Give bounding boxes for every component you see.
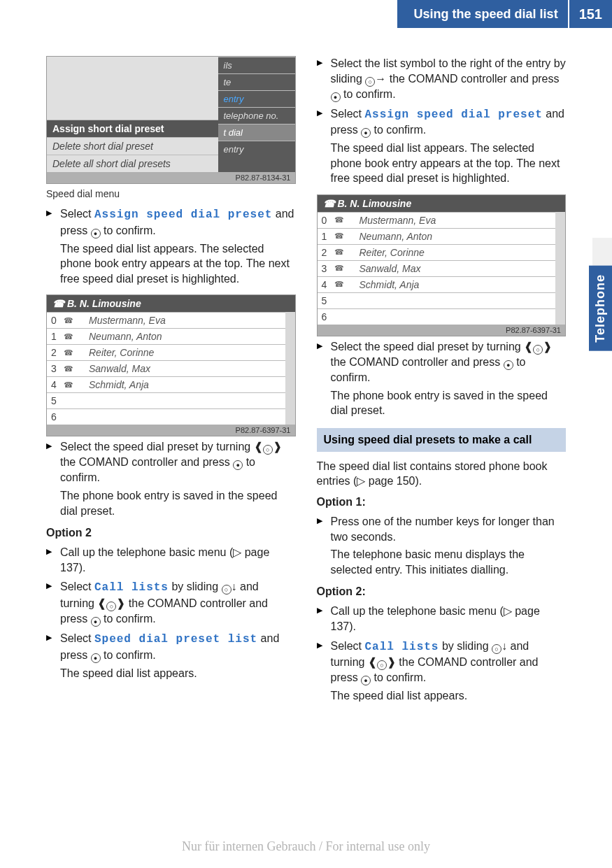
list-row: 6: [47, 408, 285, 425]
left-column: Assign short dial preset Delete short di…: [46, 56, 296, 712]
menu-term: Assign speed dial preset: [94, 208, 272, 221]
step-item: Select Call lists by sliding ○↓ and turn…: [317, 639, 567, 704]
intro-para: The speed dial list contains stored phon…: [317, 459, 567, 489]
page-header: Using the speed dial list 151: [397, 0, 612, 28]
step-list: Press one of the number keys for longer …: [317, 514, 567, 577]
press-icon: ●: [233, 460, 243, 470]
press-icon: ●: [361, 676, 371, 685]
bg-row: te: [218, 73, 295, 90]
step-result: The telephone basic menu displays the se…: [331, 547, 567, 577]
xref-icon: ▷: [233, 546, 241, 558]
right-column: Select the list symbol to the right of t…: [317, 56, 567, 712]
step-list: Call up the telephone basic menu (▷ page…: [46, 545, 296, 681]
image-id: P82.87-8134-31: [47, 172, 295, 183]
scrollbar: [285, 312, 295, 425]
image-id: P82.87-6397-31: [318, 325, 566, 336]
step-item: Select the speed dial preset by turning …: [46, 439, 296, 518]
bg-row: t dial: [218, 124, 295, 141]
list-row: 5: [318, 292, 556, 308]
turn-icon: ❰○❱: [97, 597, 125, 609]
press-icon: ●: [361, 128, 371, 138]
step-result: The speed dial list appears. The selecte…: [60, 241, 296, 287]
menu-term: Speed dial preset list: [94, 633, 257, 646]
bg-row: entry: [218, 90, 295, 107]
scrollbar: [555, 212, 565, 325]
slide-down-icon: ○↓: [222, 581, 237, 592]
step-list: Call up the telephone basic menu (▷ page…: [317, 604, 567, 703]
slide-right-icon: ○→: [365, 73, 386, 85]
step-item: Select Assign speed dial preset and pres…: [317, 106, 567, 186]
screenshot-speed-dial-list: ☎ B. N. Limousine 0☎Mustermann, Eva1☎Neu…: [317, 194, 567, 336]
section-heading: Using speed dial presets to make a call: [317, 428, 567, 452]
menu-term: Assign speed dial preset: [364, 108, 542, 121]
turn-icon: ❰○❱: [254, 441, 282, 453]
list-row: 0☎Mustermann, Eva: [318, 212, 556, 228]
step-result: The speed dial list appears.: [60, 666, 296, 681]
bg-row: telephone no.: [218, 107, 295, 124]
list-row: 4☎Schmidt, Anja: [318, 276, 556, 292]
bg-row: ils: [218, 57, 295, 73]
step-item: Press one of the number keys for longer …: [317, 514, 567, 577]
screenshot-speed-dial-menu: Assign short dial preset Delete short di…: [46, 56, 296, 184]
menu-row-delete: Delete short dial preset: [47, 137, 218, 155]
list-row: 1☎Neumann, Anton: [47, 328, 285, 344]
step-list: Select the list symbol to the right of t…: [317, 56, 567, 186]
screenshot-caption: Speed dial menu: [46, 188, 296, 199]
press-icon: ●: [91, 229, 101, 239]
press-icon: ●: [91, 653, 101, 663]
list-row: 5: [47, 392, 285, 408]
list-row: 3☎Sanwald, Max: [47, 360, 285, 376]
xref-icon: ▷: [357, 475, 365, 487]
list-row: 3☎Sanwald, Max: [318, 260, 556, 276]
option-heading: Option 2:: [317, 585, 567, 598]
step-list: Select Assign speed dial preset and pres…: [46, 206, 296, 286]
thumb-tab-spacer: [592, 238, 612, 266]
step-list: Select the speed dial preset by turning …: [46, 439, 296, 518]
screenshot-speed-dial-list: ☎ B. N. Limousine 0☎Mustermann, Eva1☎Neu…: [46, 294, 296, 436]
menu-term: Call lists: [94, 581, 169, 594]
step-item: Call up the telephone basic menu (▷ page…: [317, 604, 567, 634]
phone-icon: ☎: [323, 198, 338, 209]
turn-icon: ❰○❱: [524, 341, 552, 353]
page-number: 151: [568, 0, 612, 28]
list-row: 4☎Schmidt, Anja: [47, 376, 285, 392]
step-item: Select Assign speed dial preset and pres…: [46, 206, 296, 286]
option-heading: Option 2: [46, 527, 296, 539]
bg-row: entry: [218, 141, 295, 157]
watermark: Nur für internen Gebrauch / For internal…: [0, 839, 612, 854]
image-id: P82.87-6397-31: [47, 425, 295, 436]
step-item: Call up the telephone basic menu (▷ page…: [46, 545, 296, 575]
thumb-tab-telephone: Telephone: [589, 266, 612, 351]
xref-icon: ▷: [504, 605, 512, 617]
press-icon: ●: [504, 360, 513, 370]
list-row: 2☎Reiter, Corinne: [318, 244, 556, 260]
step-result: The speed dial list appears.: [331, 688, 567, 704]
step-item: Select the list symbol to the right of t…: [317, 56, 567, 102]
list-row: 2☎Reiter, Corinne: [47, 344, 285, 360]
step-result: The phone book entry is saved in the spe…: [60, 488, 296, 518]
phone-icon: ☎: [52, 298, 67, 309]
slide-down-icon: ○↓: [492, 640, 507, 652]
list-row: 6: [318, 308, 556, 325]
list-row: 0☎Mustermann, Eva: [47, 312, 285, 328]
step-result: The speed dial list appears. The selecte…: [331, 141, 567, 186]
step-result: The phone book entry is saved in the spe…: [331, 388, 567, 418]
menu-term: Call lists: [364, 641, 439, 653]
step-list: Select the speed dial preset by turning …: [317, 339, 567, 418]
step-item: Select Speed dial preset list and press …: [46, 631, 296, 681]
menu-row-delete-all: Delete all short dial presets: [47, 155, 218, 172]
press-icon: ●: [91, 617, 101, 627]
list-row: 1☎Neumann, Anton: [318, 228, 556, 244]
press-icon: ●: [331, 92, 341, 102]
option-heading: Option 1:: [317, 496, 567, 508]
step-item: Select Call lists by sliding ○↓ and turn…: [46, 579, 296, 627]
menu-row-assign: Assign short dial preset: [47, 120, 218, 137]
turn-icon: ❰○❱: [368, 656, 396, 668]
section-title: Using the speed dial list: [397, 0, 568, 28]
step-item: Select the speed dial preset by turning …: [317, 339, 567, 418]
